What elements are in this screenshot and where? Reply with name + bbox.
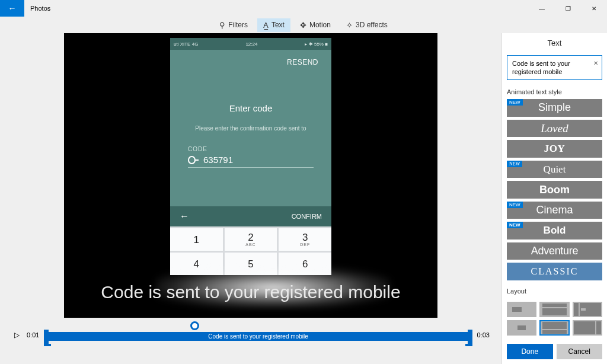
text-overlay: Code is sent to your registered mobile — [64, 267, 437, 318]
video-preview[interactable]: utl XITE 4G 12:24 ▸ ✱ 55% ■ RESEND Enter… — [64, 33, 437, 318]
clear-text-icon[interactable]: ✕ — [593, 59, 598, 67]
title-bar: ← Photos — ❐ ✕ — [0, 0, 607, 17]
timeline-end-time: 0:03 — [477, 331, 490, 339]
app-title: Photos — [30, 5, 50, 12]
timeline-playhead[interactable] — [190, 321, 199, 330]
arrow-left-icon: ← — [8, 4, 17, 13]
sidebar-title: Text — [502, 33, 607, 53]
key-icon — [188, 156, 199, 164]
new-badge: NEW — [507, 99, 523, 106]
phone-mockup: utl XITE 4G 12:24 ▸ ✱ 55% ■ RESEND Enter… — [170, 38, 331, 275]
phone-back-icon: ← — [180, 211, 189, 222]
layout-option-2[interactable] — [539, 302, 569, 317]
maximize-button[interactable]: ❐ — [555, 0, 581, 17]
layout-section-label: Layout — [507, 288, 607, 295]
motion-icon: ✥ — [300, 21, 306, 30]
timeline-start-time: 0:01 — [27, 331, 39, 339]
text-sidebar: Text Code is sent to your registered mob… — [501, 33, 607, 364]
code-value: 635791 — [203, 155, 233, 165]
confirm-label: CONFIRM — [292, 213, 322, 220]
preview-area: utl XITE 4G 12:24 ▸ ✱ 55% ■ RESEND Enter… — [0, 33, 501, 364]
play-icon[interactable]: ▷ — [14, 331, 20, 339]
close-button[interactable]: ✕ — [581, 0, 607, 17]
action-buttons: Done Cancel — [502, 336, 607, 364]
filters-icon: ⚲ — [219, 21, 225, 30]
tool-3d-effects[interactable]: ✧ 3D effects — [340, 18, 394, 32]
overlay-text: Code is sent to your registered mobile — [101, 282, 400, 302]
editor-toolbar: ⚲ Filters A̲ Text ✥ Motion ✧ 3D effects — [0, 17, 607, 33]
tool-text[interactable]: A̲ Text — [257, 18, 290, 32]
style-cinema[interactable]: NEWCinema — [507, 202, 602, 219]
tool-text-label: Text — [271, 21, 285, 29]
text-icon: A̲ — [263, 21, 269, 30]
timeline-trim-left[interactable] — [44, 330, 49, 344]
style-adventure[interactable]: Adventure — [507, 242, 602, 260]
style-section-label: Animated text style — [507, 88, 607, 95]
style-loved[interactable]: Loved — [507, 120, 602, 138]
new-badge: NEW — [507, 202, 523, 208]
style-bold[interactable]: NEWBold — [507, 222, 602, 240]
code-field-label: CODE — [188, 146, 314, 152]
tool-motion-label: Motion — [309, 21, 331, 29]
tool-filters[interactable]: ⚲ Filters — [213, 18, 254, 32]
timeline-trim-right[interactable] — [468, 330, 472, 344]
layout-option-3[interactable] — [573, 302, 602, 317]
cancel-button[interactable]: Cancel — [557, 344, 603, 359]
new-badge: NEW — [507, 222, 523, 228]
resend-label: RESEND — [170, 50, 331, 66]
phone-status-bar: utl XITE 4G 12:24 ▸ ✱ 55% ■ — [170, 38, 331, 50]
timeline-clip[interactable]: Code is sent to your registered mobile — [46, 332, 469, 341]
style-boom[interactable]: Boom — [507, 181, 602, 199]
timeline: ▷ 0:01 Code is sent to your registered m… — [0, 318, 501, 344]
done-button[interactable]: Done — [507, 344, 553, 359]
layout-option-1[interactable] — [507, 302, 536, 317]
style-simple[interactable]: NEWSimple — [507, 99, 602, 117]
style-classic[interactable]: CLASSIC — [507, 263, 602, 280]
text-input-value: Code is sent to your registered mobile — [512, 60, 570, 75]
sparkle-icon: ✧ — [346, 21, 353, 30]
tool-3d-label: 3D effects — [356, 21, 388, 29]
back-button[interactable]: ← — [0, 0, 24, 17]
new-badge: NEW — [507, 161, 522, 167]
layout-grid — [502, 302, 607, 336]
timeline-track[interactable]: Code is sent to your registered mobile — [46, 326, 469, 344]
style-joy[interactable]: JOY — [507, 140, 602, 158]
layout-option-6[interactable] — [573, 320, 602, 336]
text-styles-list: NEWSimple Loved JOY NEWQuiet Boom NEWCin… — [502, 99, 607, 280]
tool-motion[interactable]: ✥ Motion — [294, 18, 337, 32]
layout-option-4[interactable] — [507, 320, 536, 336]
layout-option-5[interactable] — [539, 320, 569, 336]
minimize-button[interactable]: — — [529, 0, 555, 17]
style-quiet[interactable]: NEWQuiet — [507, 161, 602, 178]
tool-filters-label: Filters — [228, 21, 248, 29]
instruction-text: Please enter the confirmation code sent … — [170, 125, 331, 132]
text-input[interactable]: Code is sent to your registered mobile ✕ — [507, 55, 602, 80]
enter-code-heading: Enter code — [170, 103, 331, 113]
window-controls: — ❐ ✕ — [529, 0, 607, 17]
